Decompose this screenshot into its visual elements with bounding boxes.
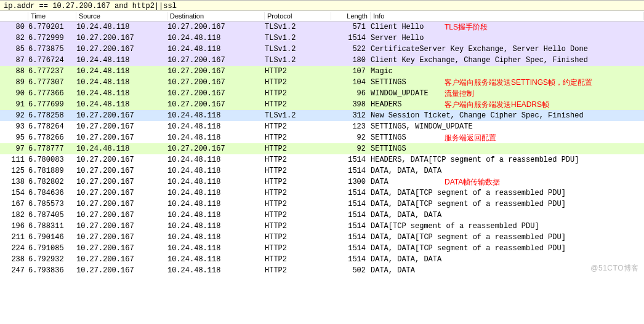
table-row[interactable]: 1966.78831110.27.200.16710.24.48.118HTTP… <box>0 221 644 232</box>
annotation: 流量控制 <box>445 88 474 99</box>
col-header-source[interactable]: Source <box>76 12 167 20</box>
cell-num: 97 <box>0 143 28 154</box>
cell-info: SETTINGS <box>371 143 644 154</box>
table-row[interactable]: 976.77877710.24.48.11810.27.200.167HTTP2… <box>0 143 644 154</box>
cell-destination: 10.24.48.118 <box>167 243 265 254</box>
table-row[interactable]: 1256.78188910.27.200.16710.24.48.118HTTP… <box>0 165 644 176</box>
cell-protocol: TLSv1.2 <box>265 22 331 33</box>
cell-info: HEADERS, DATA[TCP segment of a reassembl… <box>371 154 644 165</box>
table-row[interactable]: 876.77672410.24.48.11810.27.200.167TLSv1… <box>0 55 644 66</box>
cell-info: CertificateServer Key Exchange, Server H… <box>371 44 644 55</box>
cell-num: 90 <box>0 88 28 99</box>
table-row[interactable]: 856.77387510.27.200.16710.24.48.118TLSv1… <box>0 44 644 55</box>
cell-destination: 10.24.48.118 <box>167 176 265 188</box>
cell-protocol: HTTP2 <box>265 254 331 265</box>
col-header-info[interactable]: Info <box>371 12 644 20</box>
cell-destination: 10.24.48.118 <box>167 121 265 132</box>
cell-length: 1514 <box>331 243 371 254</box>
cell-info: DATA, DATA[TCP segment of a reassembled … <box>371 188 644 199</box>
cell-num: 211 <box>0 232 28 243</box>
col-header-protocol[interactable]: Protocol <box>265 12 331 20</box>
cell-time: 6.781889 <box>28 165 76 176</box>
cell-length: 1514 <box>331 232 371 243</box>
cell-num: 82 <box>0 33 28 44</box>
cell-info: Magic <box>371 66 644 77</box>
cell-destination: 10.27.200.167 <box>167 143 265 154</box>
cell-source: 10.27.200.167 <box>76 132 167 143</box>
cell-time: 6.780083 <box>28 154 76 165</box>
cell-protocol: HTTP2 <box>265 188 331 199</box>
cell-protocol: HTTP2 <box>265 88 331 99</box>
table-row[interactable]: 886.77723710.24.48.11810.27.200.167HTTP2… <box>0 66 644 77</box>
table-row[interactable]: 1386.78280210.27.200.16710.24.48.118HTTP… <box>0 176 644 188</box>
cell-time: 6.773875 <box>28 44 76 55</box>
cell-time: 6.785573 <box>28 199 76 210</box>
col-header-num[interactable] <box>0 12 28 20</box>
cell-source: 10.27.200.167 <box>76 232 167 243</box>
cell-source: 10.27.200.167 <box>76 44 167 55</box>
cell-time: 6.776724 <box>28 55 76 66</box>
cell-info: HEADERS客户端向服务端发送HEADRS帧 <box>371 99 644 110</box>
cell-destination: 10.27.200.167 <box>167 66 265 77</box>
table-row[interactable]: 1116.78008310.27.200.16710.24.48.118HTTP… <box>0 154 644 165</box>
table-row[interactable]: 916.77769910.24.48.11810.27.200.167HTTP2… <box>0 99 644 110</box>
cell-destination: 10.27.200.167 <box>167 77 265 88</box>
table-row[interactable]: 1676.78557310.27.200.16710.24.48.118HTTP… <box>0 199 644 210</box>
cell-length: 92 <box>331 132 371 143</box>
cell-protocol: HTTP2 <box>265 143 331 154</box>
packet-list[interactable]: 806.77020110.24.48.11810.27.200.167TLSv1… <box>0 22 644 276</box>
cell-source: 10.24.48.118 <box>76 99 167 110</box>
cell-source: 10.27.200.167 <box>76 199 167 210</box>
cell-destination: 10.24.48.118 <box>167 165 265 176</box>
cell-destination: 10.27.200.167 <box>167 55 265 66</box>
cell-length: 104 <box>331 77 371 88</box>
col-header-length[interactable]: Length <box>331 12 371 20</box>
cell-length: 123 <box>331 121 371 132</box>
col-header-time[interactable]: Time <box>28 12 76 20</box>
cell-source: 10.27.200.167 <box>76 176 167 188</box>
cell-length: 1514 <box>331 254 371 265</box>
cell-num: 80 <box>0 22 28 33</box>
annotation: TLS握手阶段 <box>445 22 488 33</box>
table-row[interactable]: 906.77736610.24.48.11810.27.200.167HTTP2… <box>0 88 644 99</box>
cell-source: 10.27.200.167 <box>76 265 167 276</box>
cell-protocol: HTTP2 <box>265 154 331 165</box>
cell-length: 522 <box>331 44 371 55</box>
table-row[interactable]: 936.77826410.27.200.16710.24.48.118HTTP2… <box>0 121 644 132</box>
cell-time: 6.778264 <box>28 121 76 132</box>
table-row[interactable]: 2116.79014610.27.200.16710.24.48.118HTTP… <box>0 232 644 243</box>
cell-time: 6.791085 <box>28 243 76 254</box>
table-row[interactable]: 926.77825810.27.200.16710.24.48.118TLSv1… <box>0 110 644 121</box>
cell-info: DATA, DATA[TCP segment of a reassembled … <box>371 232 644 243</box>
cell-destination: 10.24.48.118 <box>167 33 265 44</box>
table-row[interactable]: 2476.79383610.27.200.16710.24.48.118HTTP… <box>0 265 644 276</box>
cell-num: 87 <box>0 55 28 66</box>
cell-protocol: HTTP2 <box>265 176 331 188</box>
cell-destination: 10.24.48.118 <box>167 110 265 121</box>
cell-source: 10.27.200.167 <box>76 221 167 232</box>
table-row[interactable]: 1546.78463610.27.200.16710.24.48.118HTTP… <box>0 188 644 199</box>
table-row[interactable]: 896.77730710.24.48.11810.27.200.167HTTP2… <box>0 77 644 88</box>
annotation: 客户端向服务端发送HEADRS帧 <box>445 99 549 110</box>
table-row[interactable]: 2386.79293210.27.200.16710.24.48.118HTTP… <box>0 254 644 265</box>
table-row[interactable]: 806.77020110.24.48.11810.27.200.167TLSv1… <box>0 22 644 33</box>
cell-length: 1514 <box>331 165 371 176</box>
table-row[interactable]: 826.77299910.27.200.16710.24.48.118TLSv1… <box>0 33 644 44</box>
cell-destination: 10.24.48.118 <box>167 44 265 55</box>
table-row[interactable]: 1826.78740510.27.200.16710.24.48.118HTTP… <box>0 210 644 221</box>
cell-num: 167 <box>0 199 28 210</box>
table-row[interactable]: 2246.79108510.27.200.16710.24.48.118HTTP… <box>0 243 644 254</box>
cell-protocol: HTTP2 <box>265 210 331 221</box>
cell-source: 10.27.200.167 <box>76 165 167 176</box>
cell-time: 6.784636 <box>28 188 76 199</box>
cell-time: 6.777307 <box>28 77 76 88</box>
display-filter-bar[interactable]: ip.addr == 10.27.200.167 and http2||ssl <box>0 0 644 11</box>
cell-info: New Session Ticket, Change Cipher Spec, … <box>371 110 644 121</box>
cell-time: 6.778266 <box>28 132 76 143</box>
cell-length: 1514 <box>331 33 371 44</box>
cell-destination: 10.24.48.118 <box>167 199 265 210</box>
col-header-dest[interactable]: Destination <box>167 12 265 20</box>
table-row[interactable]: 956.77826610.27.200.16710.24.48.118HTTP2… <box>0 132 644 143</box>
cell-destination: 10.24.48.118 <box>167 254 265 265</box>
cell-info: DATA, DATA[TCP segment of a reassembled … <box>371 243 644 254</box>
